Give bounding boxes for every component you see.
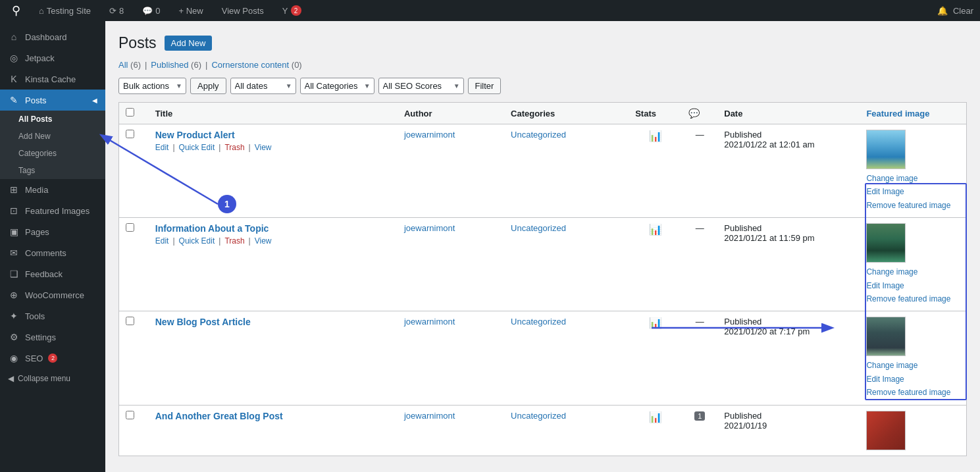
th-date: Date <box>717 103 860 124</box>
row2-edit-link[interactable]: Edit <box>155 236 169 246</box>
row1-title[interactable]: New Product Alert <box>155 130 235 140</box>
row1-edit-image[interactable]: Edit Image <box>866 185 960 198</box>
feedback-icon: ❑ <box>8 269 20 279</box>
row3-remove-image[interactable]: Remove featured image <box>866 386 960 399</box>
sidebar-item-comments[interactable]: ✉ Comments <box>0 242 105 263</box>
row3-title[interactable]: New Blog Post Article <box>155 317 251 327</box>
cornerstone-label: Cornerstone content <box>211 60 289 70</box>
row4-title[interactable]: And Another Great Blog Post <box>155 411 283 421</box>
sidebar-item-woocommerce[interactable]: ⊕ WooCommerce <box>0 284 105 305</box>
row2-author-cell: joewarnimont <box>398 218 504 311</box>
sidebar-item-posts[interactable]: ✎ Posts ◀ <box>0 90 105 111</box>
dates-select[interactable]: All dates <box>230 78 296 94</box>
row1-img-actions: Change image Edit Image Remove featured … <box>866 172 960 212</box>
submenu-categories[interactable]: Categories <box>0 145 105 162</box>
sidebar-item-dashboard[interactable]: ⌂ Dashboard <box>0 26 105 47</box>
row2-checkbox[interactable] <box>126 223 134 232</box>
sidebar-label-jetpack: Jetpack <box>25 53 55 63</box>
row2-trash-link[interactable]: Trash <box>224 236 244 246</box>
sidebar-item-seo[interactable]: ◉ SEO 2 <box>0 348 105 369</box>
filter-cornerstone-link[interactable]: Cornerstone content (0) <box>211 60 301 70</box>
wp-logo[interactable]: ⚲ <box>7 0 26 21</box>
row2-author[interactable]: joewarnimont <box>404 223 455 233</box>
yoast-link[interactable]: Y 2 <box>277 0 307 21</box>
row2-view-link[interactable]: View <box>255 236 272 246</box>
row2-remove-image[interactable]: Remove featured image <box>866 292 960 305</box>
posts-submenu: All Posts Add New Categories Tags <box>0 111 105 179</box>
sidebar-item-media[interactable]: ⊞ Media <box>0 179 105 200</box>
categories-select[interactable]: All Categories <box>300 78 374 94</box>
row3-author-cell: joewarnimont <box>398 311 504 405</box>
row2-category[interactable]: Uncategorized <box>511 223 566 233</box>
collapse-label: Collapse menu <box>18 374 70 383</box>
sidebar-label-media: Media <box>25 185 48 195</box>
row3-checkbox[interactable] <box>126 317 134 325</box>
row1-edit-link[interactable]: Edit <box>155 143 169 152</box>
sidebar-item-feedback[interactable]: ❑ Feedback <box>0 263 105 284</box>
row4-checkbox[interactable] <box>126 411 134 419</box>
row1-change-image[interactable]: Change image <box>866 172 960 185</box>
row2-edit-image[interactable]: Edit Image <box>866 279 960 292</box>
row4-category[interactable]: Uncategorized <box>511 411 566 421</box>
comments-link[interactable]: 💬 0 <box>137 0 165 21</box>
collapse-menu-button[interactable]: ◀ Collapse menu <box>0 369 105 388</box>
row3-date-cell: Published 2021/01/20 at 7:17 pm <box>717 311 860 405</box>
notifications-icon[interactable]: 🔔 <box>937 6 948 16</box>
filter-all-link[interactable]: All (6) <box>118 60 141 70</box>
row2-quick-edit-link[interactable]: Quick Edit <box>179 236 215 246</box>
row3-category-cell: Uncategorized <box>504 311 629 405</box>
add-new-button[interactable]: Add New <box>165 36 213 51</box>
row1-view-link[interactable]: View <box>255 143 272 152</box>
sidebar: ⌂ Dashboard ◎ Jetpack K Kinsta Cache ✎ P… <box>0 21 105 472</box>
updates-link[interactable]: ⟳ 8 <box>104 0 129 21</box>
row1-featured-cell: Change image Edit Image Remove featured … <box>860 124 966 218</box>
th-title: Title <box>149 103 398 124</box>
row2-change-image[interactable]: Change image <box>866 265 960 278</box>
row2-title[interactable]: Information About a Topic <box>155 223 269 234</box>
submenu-add-new[interactable]: Add New <box>0 128 105 145</box>
row3-img-actions: Change image Edit Image Remove featured … <box>866 359 960 399</box>
select-all-checkbox[interactable] <box>126 108 134 117</box>
row1-quick-edit-link[interactable]: Quick Edit <box>179 143 215 152</box>
row1-checkbox[interactable] <box>126 130 134 138</box>
filter-published-link[interactable]: Published (6) <box>151 60 201 70</box>
add-new-label: Add New <box>18 132 51 141</box>
site-name-link[interactable]: ⌂ Testing Site <box>34 0 96 21</box>
row3-author[interactable]: joewarnimont <box>404 317 455 327</box>
sidebar-item-tools[interactable]: ✦ Tools <box>0 305 105 327</box>
row3-category[interactable]: Uncategorized <box>511 317 566 327</box>
row1-author[interactable]: joewarnimont <box>404 130 455 140</box>
submenu-tags[interactable]: Tags <box>0 162 105 179</box>
row1-stats-icon: 📊 <box>649 130 662 142</box>
table-wrap: Title Author Categories Stats 💬 <box>118 102 967 456</box>
table-row: And Another Great Blog Post Edit joewarn… <box>119 405 967 456</box>
home-icon: ⌂ <box>39 6 44 16</box>
sidebar-item-jetpack[interactable]: ◎ Jetpack <box>0 47 105 68</box>
featured-images-icon: ⊡ <box>8 205 20 216</box>
table-row: Information About a Topic Edit | Quick E… <box>119 218 967 311</box>
apply-button[interactable]: Apply <box>190 78 226 94</box>
row1-trash-link[interactable]: Trash <box>224 143 244 152</box>
posts-icon: ✎ <box>8 95 20 105</box>
row3-edit-image[interactable]: Edit Image <box>866 373 960 386</box>
seo-icon: ◉ <box>8 353 20 363</box>
clear-button[interactable]: Clear <box>953 6 973 16</box>
sidebar-label-tools: Tools <box>25 311 45 321</box>
bulk-actions-select[interactable]: Bulk actions <box>118 78 186 94</box>
seo-scores-select[interactable]: All SEO Scores <box>378 78 464 94</box>
new-content-link[interactable]: + New <box>174 0 209 21</box>
row3-change-image[interactable]: Change image <box>866 359 960 372</box>
row2-img-actions: Change image Edit Image Remove featured … <box>866 265 960 305</box>
sidebar-item-featured-images[interactable]: ⊡ Featured Images <box>0 200 105 221</box>
row1-category[interactable]: Uncategorized <box>511 130 566 140</box>
view-posts-link[interactable]: View Posts <box>217 0 269 21</box>
filter-button[interactable]: Filter <box>468 78 502 94</box>
sidebar-item-kinsta[interactable]: K Kinsta Cache <box>0 68 105 90</box>
row2-actions: Edit | Quick Edit | Trash | View <box>155 236 391 246</box>
submenu-all-posts[interactable]: All Posts <box>0 111 105 128</box>
row1-remove-image[interactable]: Remove featured image <box>866 199 960 212</box>
row2-comments-count: — <box>696 223 704 233</box>
row4-author[interactable]: joewarnimont <box>404 411 455 421</box>
sidebar-item-pages[interactable]: ▣ Pages <box>0 221 105 242</box>
sidebar-item-settings[interactable]: ⚙ Settings <box>0 327 105 348</box>
